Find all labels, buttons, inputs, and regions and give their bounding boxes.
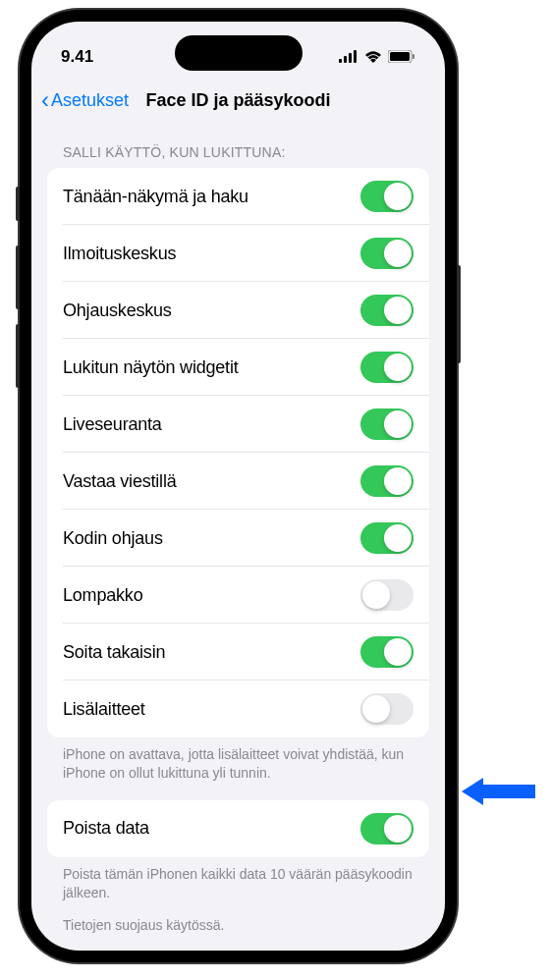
callout-arrow	[462, 772, 540, 811]
toggle-knob	[384, 410, 412, 438]
erase-data-group: Poista data	[47, 800, 429, 857]
erase-data-row: Poista data	[47, 800, 429, 857]
screen: 9.41 ‹ Asetukset Face ID ja pääsykoodi	[31, 22, 445, 951]
toggle[interactable]	[360, 636, 413, 668]
toggle[interactable]	[360, 238, 413, 269]
toggle[interactable]	[360, 352, 413, 383]
battery-icon	[388, 50, 415, 63]
toggle[interactable]	[360, 408, 413, 440]
back-label: Asetukset	[51, 90, 129, 111]
list-row: Lompakko	[47, 567, 429, 624]
allow-access-group: Tänään-näkymä ja hakuIlmoituskeskusOhjau…	[47, 168, 429, 737]
back-button[interactable]: ‹ Asetukset	[41, 88, 129, 112]
list-row: Liveseuranta	[47, 396, 429, 453]
row-label: Ohjauskeskus	[63, 300, 172, 321]
svg-rect-3	[354, 50, 357, 63]
status-indicators	[339, 50, 415, 63]
phone-volume-down	[16, 324, 20, 388]
list-row: Soita takaisin	[47, 624, 429, 681]
page-title: Face ID ja pääsykoodi	[145, 90, 330, 111]
toggle-knob	[384, 240, 412, 267]
toggle[interactable]	[360, 693, 413, 725]
phone-power-button	[457, 265, 461, 363]
svg-rect-0	[339, 59, 342, 63]
toggle-knob	[384, 524, 412, 552]
toggle-knob	[384, 815, 412, 843]
erase-data-footer: Poista tämän iPhonen kaikki data 10 väär…	[47, 857, 429, 912]
row-label: Lisälaitteet	[63, 699, 145, 720]
toggle[interactable]	[360, 522, 413, 554]
dynamic-island	[175, 35, 303, 71]
phone-volume-up	[16, 245, 20, 309]
svg-rect-1	[344, 56, 347, 63]
nav-bar: ‹ Asetukset Face ID ja pääsykoodi	[31, 76, 445, 125]
accessories-footer: iPhone on avattava, jotta lisälaitteet v…	[47, 737, 429, 792]
list-row: Ilmoituskeskus	[47, 225, 429, 282]
toggle-knob	[362, 695, 390, 723]
row-label: Lompakko	[63, 585, 142, 606]
svg-rect-6	[413, 54, 414, 59]
row-label: Tänään-näkymä ja haku	[63, 187, 248, 207]
toggle-knob	[384, 183, 412, 210]
toggle-knob	[384, 297, 412, 324]
list-row: Lisälaitteet	[47, 681, 429, 737]
row-label: Soita takaisin	[63, 642, 165, 663]
row-label: Ilmoituskeskus	[63, 244, 176, 264]
allow-access-header: SALLI KÄYTTÖ, KUN LUKITTUNA:	[47, 125, 429, 168]
toggle[interactable]	[360, 181, 413, 212]
list-row: Kodin ohjaus	[47, 510, 429, 567]
list-row: Tänään-näkymä ja haku	[47, 168, 429, 225]
row-label: Kodin ohjaus	[63, 528, 163, 549]
list-row: Ohjauskeskus	[47, 282, 429, 339]
row-label: Lukitun näytön widgetit	[63, 357, 239, 378]
toggle[interactable]	[360, 465, 413, 497]
row-label: Liveseuranta	[63, 414, 162, 435]
toggle-knob	[384, 354, 412, 381]
svg-rect-2	[349, 53, 352, 63]
toggle[interactable]	[360, 579, 413, 611]
toggle-knob	[362, 581, 390, 609]
erase-data-toggle[interactable]	[360, 813, 413, 844]
phone-frame: 9.41 ‹ Asetukset Face ID ja pääsykoodi	[20, 10, 457, 962]
erase-data-label: Poista data	[63, 818, 149, 839]
list-row: Vastaa viestillä	[47, 453, 429, 510]
toggle[interactable]	[360, 295, 413, 326]
list-row: Lukitun näytön widgetit	[47, 339, 429, 396]
toggle-knob	[384, 638, 412, 666]
toggle-knob	[384, 467, 412, 495]
settings-content[interactable]: SALLI KÄYTTÖ, KUN LUKITTUNA: Tänään-näky…	[31, 125, 445, 951]
row-label: Vastaa viestillä	[63, 471, 177, 492]
chevron-left-icon: ‹	[41, 88, 49, 112]
status-time: 9.41	[61, 47, 120, 67]
phone-silence-switch	[16, 187, 20, 221]
data-protection-footer: Tietojen suojaus käytössä.	[47, 912, 429, 945]
cellular-signal-icon	[339, 50, 358, 63]
arrow-left-icon	[462, 774, 535, 809]
wifi-icon	[364, 50, 382, 63]
svg-rect-5	[390, 52, 410, 61]
